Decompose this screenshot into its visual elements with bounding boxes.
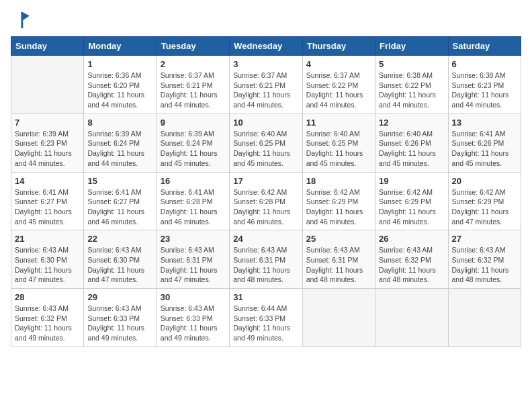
calendar-week-row: 7Sunrise: 6:39 AMSunset: 6:23 PMDaylight…	[11, 113, 521, 172]
logo-icon	[11, 11, 30, 30]
calendar-cell: 14Sunrise: 6:41 AMSunset: 6:27 PMDayligh…	[11, 172, 84, 230]
day-number: 19	[379, 176, 444, 186]
day-info: Sunrise: 6:39 AMSunset: 6:24 PMDaylight:…	[87, 129, 152, 169]
day-info: Sunrise: 6:40 AMSunset: 6:26 PMDaylight:…	[379, 129, 444, 169]
calendar-cell: 22Sunrise: 6:43 AMSunset: 6:30 PMDayligh…	[84, 230, 157, 289]
day-number: 29	[87, 292, 152, 302]
day-number: 21	[15, 234, 80, 244]
calendar-week-row: 28Sunrise: 6:43 AMSunset: 6:32 PMDayligh…	[11, 289, 521, 347]
calendar-cell: 26Sunrise: 6:43 AMSunset: 6:32 PMDayligh…	[375, 230, 448, 289]
calendar-cell: 11Sunrise: 6:40 AMSunset: 6:25 PMDayligh…	[302, 113, 375, 172]
calendar-week-row: 21Sunrise: 6:43 AMSunset: 6:30 PMDayligh…	[11, 230, 521, 289]
day-info: Sunrise: 6:42 AMSunset: 6:29 PMDaylight:…	[306, 187, 371, 227]
calendar-cell: 24Sunrise: 6:43 AMSunset: 6:31 PMDayligh…	[230, 230, 302, 289]
day-info: Sunrise: 6:36 AMSunset: 6:20 PMDaylight:…	[87, 71, 152, 110]
day-info: Sunrise: 6:43 AMSunset: 6:32 PMDaylight:…	[452, 245, 517, 285]
day-info: Sunrise: 6:40 AMSunset: 6:25 PMDaylight:…	[306, 129, 371, 169]
calendar-week-row: 1Sunrise: 6:36 AMSunset: 6:20 PMDaylight…	[11, 56, 521, 114]
day-info: Sunrise: 6:39 AMSunset: 6:24 PMDaylight:…	[161, 129, 226, 169]
calendar-cell: 28Sunrise: 6:43 AMSunset: 6:32 PMDayligh…	[11, 289, 84, 347]
day-number: 5	[379, 59, 444, 69]
calendar-cell: 15Sunrise: 6:41 AMSunset: 6:27 PMDayligh…	[84, 172, 157, 230]
header-day-thursday: Thursday	[302, 37, 375, 56]
day-number: 30	[161, 292, 226, 302]
header-day-monday: Monday	[84, 37, 157, 56]
header-day-friday: Friday	[375, 37, 448, 56]
calendar-cell: 16Sunrise: 6:41 AMSunset: 6:28 PMDayligh…	[157, 172, 229, 230]
day-info: Sunrise: 6:43 AMSunset: 6:31 PMDaylight:…	[306, 245, 371, 285]
calendar-cell: 6Sunrise: 6:38 AMSunset: 6:23 PMDaylight…	[448, 56, 521, 114]
day-number: 3	[233, 59, 298, 69]
calendar-cell: 12Sunrise: 6:40 AMSunset: 6:26 PMDayligh…	[375, 113, 448, 172]
calendar-cell	[375, 289, 448, 347]
calendar-week-row: 14Sunrise: 6:41 AMSunset: 6:27 PMDayligh…	[11, 172, 521, 230]
calendar-cell: 10Sunrise: 6:40 AMSunset: 6:25 PMDayligh…	[230, 113, 302, 172]
calendar-cell: 19Sunrise: 6:42 AMSunset: 6:29 PMDayligh…	[375, 172, 448, 230]
day-info: Sunrise: 6:39 AMSunset: 6:23 PMDaylight:…	[15, 129, 80, 169]
calendar-table: SundayMondayTuesdayWednesdayThursdayFrid…	[11, 36, 521, 347]
header-day-sunday: Sunday	[11, 37, 84, 56]
calendar-cell: 25Sunrise: 6:43 AMSunset: 6:31 PMDayligh…	[302, 230, 375, 289]
calendar-cell: 29Sunrise: 6:43 AMSunset: 6:33 PMDayligh…	[84, 289, 157, 347]
day-info: Sunrise: 6:44 AMSunset: 6:33 PMDaylight:…	[233, 304, 298, 343]
calendar-cell: 1Sunrise: 6:36 AMSunset: 6:20 PMDaylight…	[84, 56, 157, 114]
day-number: 23	[161, 234, 226, 244]
day-info: Sunrise: 6:41 AMSunset: 6:28 PMDaylight:…	[161, 187, 226, 227]
day-number: 6	[452, 59, 517, 69]
logo	[11, 11, 32, 30]
day-number: 26	[379, 234, 444, 244]
day-number: 1	[87, 59, 152, 69]
header-day-saturday: Saturday	[448, 37, 521, 56]
day-info: Sunrise: 6:38 AMSunset: 6:22 PMDaylight:…	[379, 71, 444, 110]
day-number: 20	[452, 176, 517, 186]
day-number: 8	[87, 118, 152, 128]
day-info: Sunrise: 6:37 AMSunset: 6:21 PMDaylight:…	[233, 71, 298, 110]
calendar-cell: 17Sunrise: 6:42 AMSunset: 6:28 PMDayligh…	[230, 172, 302, 230]
calendar-cell: 31Sunrise: 6:44 AMSunset: 6:33 PMDayligh…	[230, 289, 302, 347]
day-number: 24	[233, 234, 298, 244]
day-number: 31	[233, 292, 298, 302]
svg-marker-0	[22, 12, 30, 21]
day-info: Sunrise: 6:43 AMSunset: 6:31 PMDaylight:…	[161, 245, 226, 285]
page-header	[11, 11, 521, 30]
calendar-cell: 4Sunrise: 6:37 AMSunset: 6:22 PMDaylight…	[302, 56, 375, 114]
calendar-cell: 5Sunrise: 6:38 AMSunset: 6:22 PMDaylight…	[375, 56, 448, 114]
calendar-cell: 18Sunrise: 6:42 AMSunset: 6:29 PMDayligh…	[302, 172, 375, 230]
day-number: 27	[452, 234, 517, 244]
day-number: 15	[87, 176, 152, 186]
day-info: Sunrise: 6:43 AMSunset: 6:32 PMDaylight:…	[15, 304, 80, 343]
day-info: Sunrise: 6:38 AMSunset: 6:23 PMDaylight:…	[452, 71, 517, 110]
calendar-header-row: SundayMondayTuesdayWednesdayThursdayFrid…	[11, 37, 521, 56]
day-info: Sunrise: 6:42 AMSunset: 6:29 PMDaylight:…	[452, 187, 517, 227]
calendar-cell: 21Sunrise: 6:43 AMSunset: 6:30 PMDayligh…	[11, 230, 84, 289]
calendar-cell: 30Sunrise: 6:43 AMSunset: 6:33 PMDayligh…	[157, 289, 229, 347]
day-info: Sunrise: 6:43 AMSunset: 6:30 PMDaylight:…	[87, 245, 152, 285]
day-info: Sunrise: 6:43 AMSunset: 6:32 PMDaylight:…	[379, 245, 444, 285]
header-day-wednesday: Wednesday	[230, 37, 302, 56]
calendar-cell: 7Sunrise: 6:39 AMSunset: 6:23 PMDaylight…	[11, 113, 84, 172]
calendar-cell	[11, 56, 84, 114]
calendar-cell: 8Sunrise: 6:39 AMSunset: 6:24 PMDaylight…	[84, 113, 157, 172]
day-number: 10	[233, 118, 298, 128]
day-info: Sunrise: 6:41 AMSunset: 6:26 PMDaylight:…	[452, 129, 517, 169]
day-info: Sunrise: 6:41 AMSunset: 6:27 PMDaylight:…	[87, 187, 152, 227]
day-info: Sunrise: 6:43 AMSunset: 6:33 PMDaylight:…	[161, 304, 226, 343]
day-number: 4	[306, 59, 371, 69]
calendar-cell: 27Sunrise: 6:43 AMSunset: 6:32 PMDayligh…	[448, 230, 521, 289]
day-info: Sunrise: 6:37 AMSunset: 6:22 PMDaylight:…	[306, 71, 371, 110]
day-number: 7	[15, 118, 80, 128]
day-number: 22	[87, 234, 152, 244]
day-number: 13	[452, 118, 517, 128]
day-number: 11	[306, 118, 371, 128]
day-number: 9	[161, 118, 226, 128]
calendar-cell: 20Sunrise: 6:42 AMSunset: 6:29 PMDayligh…	[448, 172, 521, 230]
calendar-cell	[448, 289, 521, 347]
day-info: Sunrise: 6:40 AMSunset: 6:25 PMDaylight:…	[233, 129, 298, 169]
day-number: 17	[233, 176, 298, 186]
day-number: 25	[306, 234, 371, 244]
calendar-cell: 3Sunrise: 6:37 AMSunset: 6:21 PMDaylight…	[230, 56, 302, 114]
day-info: Sunrise: 6:42 AMSunset: 6:28 PMDaylight:…	[233, 187, 298, 227]
calendar-cell	[302, 289, 375, 347]
day-number: 14	[15, 176, 80, 186]
day-info: Sunrise: 6:43 AMSunset: 6:30 PMDaylight:…	[15, 245, 80, 285]
